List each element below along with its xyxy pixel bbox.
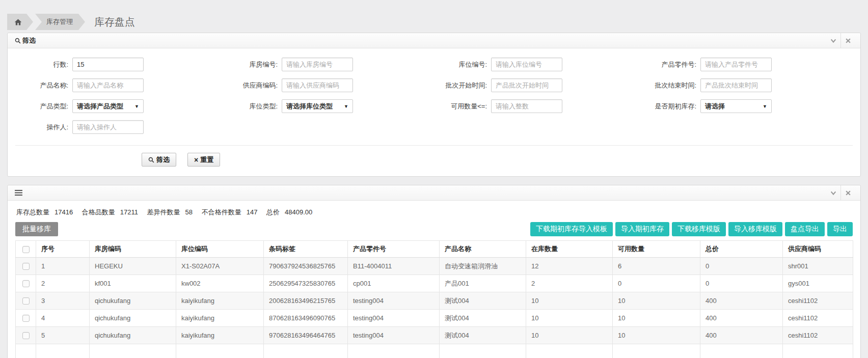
cell-location-code: kw002 xyxy=(176,275,264,292)
batch-start-input[interactable] xyxy=(491,78,562,92)
field-product-name: 产品名称: xyxy=(15,78,225,92)
table-row: 5 qichukufang kaiyikufang 97062816349646… xyxy=(16,327,853,344)
count-export-button[interactable]: 盘点导出 xyxy=(785,222,825,236)
search-icon xyxy=(15,38,21,44)
chevron-down-icon xyxy=(830,190,836,196)
col-index: 序号 xyxy=(36,241,90,258)
part-number-label: 产品零件号: xyxy=(643,60,700,69)
initial-stock-selected-value: 请选择 xyxy=(705,102,725,111)
location-type-select[interactable]: 请选择库位类型 ▼ xyxy=(282,99,353,113)
filter-panel-header: 筛选 xyxy=(8,33,860,48)
field-batch-start: 批次开始时间: xyxy=(434,78,643,92)
batch-start-label: 批次开始时间: xyxy=(434,81,491,90)
filter-panel-tools xyxy=(826,33,855,48)
stat-unqualified-qty: 不合格件数量147 xyxy=(202,208,258,216)
stat-discrepancy-qty: 差异件数量58 xyxy=(147,208,193,216)
cell-part-number: testing004 xyxy=(348,292,440,310)
table-header-row: 序号 库房编码 库位编码 条码标签 产品零件号 产品名称 在库数量 可用数量 总… xyxy=(16,241,853,258)
download-initial-stock-template-button[interactable]: 下载期初库存导入模板 xyxy=(530,222,613,236)
cell-index: 1 xyxy=(36,258,90,275)
field-batch-end: 批次结束时间: xyxy=(643,78,853,92)
filter-search-button[interactable]: 筛选 xyxy=(142,153,176,167)
breadcrumb-section[interactable]: 库存管理 xyxy=(35,14,85,30)
cell-part-number: testing004 xyxy=(348,327,440,344)
warehouse-code-input[interactable] xyxy=(282,58,353,71)
stat-total-qty: 库存总数量17416 xyxy=(16,208,73,216)
inventory-close-button[interactable] xyxy=(841,185,855,200)
product-type-label: 产品类型: xyxy=(15,102,72,111)
import-move-template-button[interactable]: 导入移库模版 xyxy=(728,222,782,236)
filter-grid: 行数: 库房编号: 库位编号: 产品零件号: 产品名称: 供应商编码: xyxy=(15,58,853,134)
cell-index: 2 xyxy=(36,275,90,292)
batch-end-input[interactable] xyxy=(700,78,772,92)
product-type-selected-value: 请选择产品类型 xyxy=(77,102,123,111)
breadcrumb-home[interactable] xyxy=(7,14,33,30)
col-product-name: 产品名称 xyxy=(440,241,526,258)
inventory-toolbar: 批量移库 下载期初库存导入模板 导入期初库存 下载移库模版 导入移库模版 盘点导… xyxy=(15,222,853,236)
stat-qualified-qty: 合格品数量17211 xyxy=(82,208,138,216)
col-warehouse-code: 库房编码 xyxy=(90,241,176,258)
field-location-code: 库位编号: xyxy=(434,58,643,71)
close-icon xyxy=(845,190,851,196)
initial-stock-select[interactable]: 请选择 ▼ xyxy=(700,99,772,113)
col-barcode-label: 条码标签 xyxy=(264,241,348,258)
filter-collapse-button[interactable] xyxy=(826,33,840,48)
product-type-select[interactable]: 请选择产品类型 ▼ xyxy=(72,99,144,113)
field-supplier-code: 供应商编码: xyxy=(225,78,434,92)
cell-part-number: B11-4004011 xyxy=(348,258,440,275)
inventory-stats: 库存总数量17416 合格品数量17211 差异件数量58 不合格件数量147 … xyxy=(15,206,853,222)
filter-panel-title-text: 筛选 xyxy=(22,36,36,45)
batch-move-button[interactable]: 批量移库 xyxy=(15,222,58,236)
field-available-qty: 可用数量<=: xyxy=(434,99,643,113)
operator-input[interactable] xyxy=(72,120,144,134)
home-icon xyxy=(14,18,22,26)
cell-warehouse-code: qichukufang xyxy=(90,292,176,310)
cell-part-number: testing004 xyxy=(348,310,440,327)
col-part-number: 产品零件号 xyxy=(348,241,440,258)
cell-supplier-code: ceshi1102 xyxy=(783,310,853,327)
inventory-table: 序号 库房编码 库位编码 条码标签 产品零件号 产品名称 在库数量 可用数量 总… xyxy=(15,240,853,358)
row-checkbox[interactable] xyxy=(22,315,30,322)
inventory-collapse-button[interactable] xyxy=(826,185,840,200)
filter-close-button[interactable] xyxy=(841,33,855,48)
download-move-template-button[interactable]: 下载移库模版 xyxy=(672,222,726,236)
field-warehouse-code: 库房编号: xyxy=(225,58,434,71)
col-supplier-code: 供应商编码 xyxy=(783,241,853,258)
part-number-input[interactable] xyxy=(700,58,772,71)
table-row-partial xyxy=(16,344,853,358)
cell-available-qty: 10 xyxy=(613,292,700,310)
export-button[interactable]: 导出 xyxy=(827,222,853,236)
cell-in-stock-qty: 2 xyxy=(526,275,613,292)
row-checkbox[interactable] xyxy=(22,263,30,270)
inventory-body: 库存总数量17416 合格品数量17211 差异件数量58 不合格件数量147 … xyxy=(8,201,860,358)
product-name-input[interactable] xyxy=(72,78,144,92)
batch-end-label: 批次结束时间: xyxy=(643,81,700,90)
row-count-input[interactable] xyxy=(72,58,144,71)
x-icon: × xyxy=(194,156,198,163)
cell-barcode: 970628163496464765 xyxy=(264,327,348,344)
supplier-code-input[interactable] xyxy=(282,78,353,92)
row-checkbox[interactable] xyxy=(22,297,30,305)
cell-supplier-code: ceshi1102 xyxy=(783,292,853,310)
cell-total-price: 0 xyxy=(700,275,783,292)
cell-index: 5 xyxy=(36,327,90,344)
field-initial-stock: 是否期初库存: 请选择 ▼ xyxy=(643,99,853,113)
cell-total-price: 400 xyxy=(700,310,783,327)
cell-barcode: 200628163496215765 xyxy=(264,292,348,310)
cell-location-code: kaiyikufang xyxy=(176,292,264,310)
col-total-price: 总价 xyxy=(700,241,783,258)
select-all-checkbox[interactable] xyxy=(22,246,30,253)
row-checkbox[interactable] xyxy=(22,280,30,287)
available-qty-label: 可用数量<=: xyxy=(434,102,491,111)
caret-down-icon: ▼ xyxy=(763,104,767,109)
page-title: 库存盘点 xyxy=(94,15,135,29)
location-code-input[interactable] xyxy=(491,58,562,71)
import-initial-stock-button[interactable]: 导入期初库存 xyxy=(615,222,669,236)
row-checkbox[interactable] xyxy=(22,332,30,339)
available-qty-input[interactable] xyxy=(491,99,562,113)
filter-search-label: 筛选 xyxy=(156,155,170,164)
filter-reset-button[interactable]: × 重置 xyxy=(187,153,220,167)
cell-warehouse-code: kf001 xyxy=(90,275,176,292)
product-name-label: 产品名称: xyxy=(15,81,72,90)
cell-in-stock-qty: 10 xyxy=(526,327,613,344)
